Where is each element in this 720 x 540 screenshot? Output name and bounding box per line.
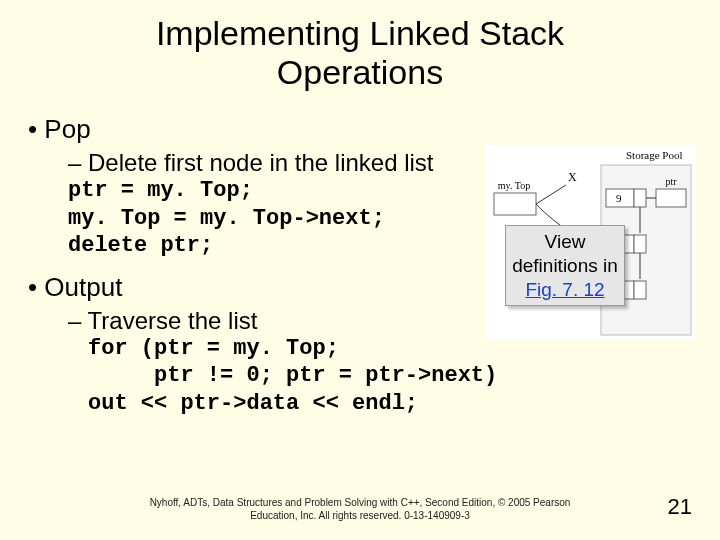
title-line-1: Implementing Linked Stack xyxy=(156,14,564,52)
mytop-label: my. Top xyxy=(498,180,530,191)
svg-rect-1 xyxy=(494,193,536,215)
viewbox-line1: View xyxy=(545,231,586,252)
node-1: 9 xyxy=(616,192,622,204)
svg-text:X: X xyxy=(568,170,577,184)
fig-link[interactable]: Fig. 7. 12 xyxy=(525,279,604,300)
slide-title: Implementing Linked Stack Operations xyxy=(0,0,720,92)
viewbox-line2: definitions in xyxy=(512,255,618,276)
view-definitions-box: View definitions in Fig. 7. 12 xyxy=(505,225,625,306)
storage-pool-label: Storage Pool xyxy=(626,149,683,161)
svg-rect-4 xyxy=(656,189,686,207)
page-number: 21 xyxy=(668,494,692,520)
svg-rect-11 xyxy=(634,281,646,299)
footer-citation: Nyhoff, ADTs, Data Structures and Proble… xyxy=(0,497,720,522)
bullet-output-text: Output xyxy=(44,272,122,302)
footer-line-1: Nyhoff, ADTs, Data Structures and Proble… xyxy=(150,497,571,508)
bullet-pop-text: Pop xyxy=(44,114,90,144)
svg-line-2 xyxy=(536,185,566,204)
svg-rect-9 xyxy=(634,235,646,253)
bullet-pop-sub: Delete first node in the linked list xyxy=(68,149,448,177)
code-output: for (ptr = my. Top; ptr != 0; ptr = ptr-… xyxy=(88,335,692,418)
bullet-pop-sub-text: Delete first node in the linked list xyxy=(88,149,434,176)
bullet-pop: Pop xyxy=(28,114,692,145)
bullet-output-sub-text: Traverse the list xyxy=(88,307,258,334)
svg-rect-7 xyxy=(634,189,646,207)
footer-line-2: Education, Inc. All rights reserved. 0-1… xyxy=(250,510,470,521)
ptr-label: ptr xyxy=(665,176,677,187)
title-line-2: Operations xyxy=(277,53,443,91)
